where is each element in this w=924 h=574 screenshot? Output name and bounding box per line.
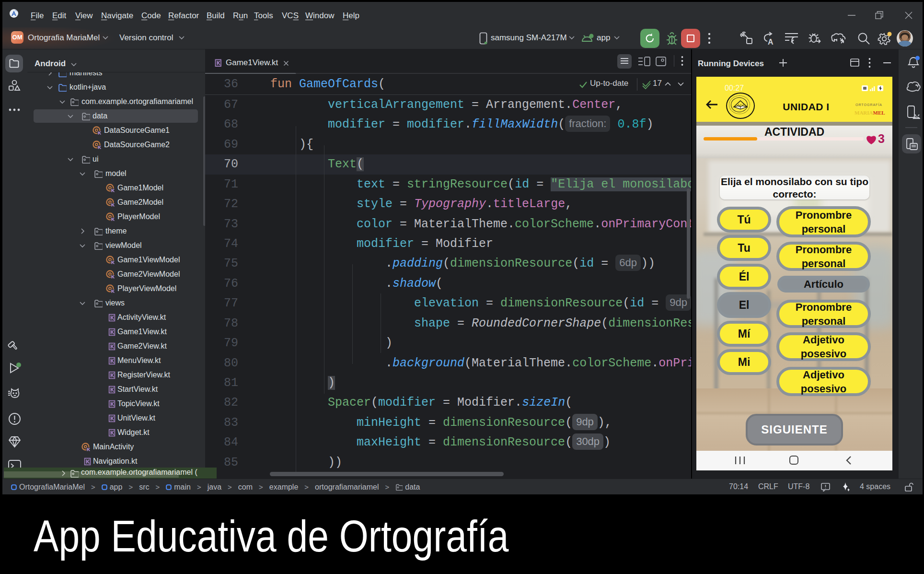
svg-text:A: A [768,38,774,46]
